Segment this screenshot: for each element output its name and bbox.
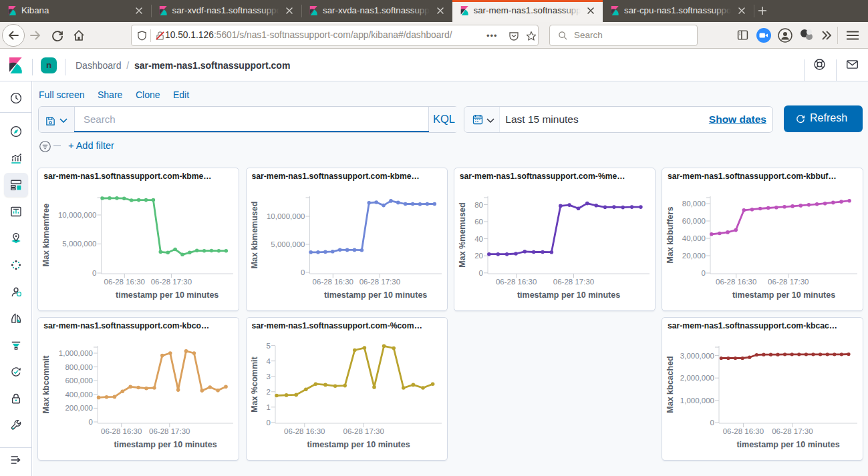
svg-text:06-28 16:30: 06-28 16:30 [496,277,537,285]
svg-text:06-28 17:30: 06-28 17:30 [149,427,190,435]
svg-text:timestamp per 10 minutes: timestamp per 10 minutes [324,290,427,299]
svg-text:Max %memused: Max %memused [458,202,467,267]
svg-text:60,000: 60,000 [682,217,706,225]
svg-text:06-28 16:30: 06-28 16:30 [101,427,142,435]
svg-text:timestamp per 10 minutes: timestamp per 10 minutes [307,439,410,449]
svg-text:1,000,000: 1,000,000 [680,396,714,404]
svg-text:06-28 17:30: 06-28 17:30 [768,277,809,285]
svg-text:0: 0 [301,268,305,276]
svg-text:4: 4 [266,356,271,365]
svg-text:20,000: 20,000 [682,252,706,260]
svg-text:0: 0 [702,269,706,277]
svg-text:200,000: 200,000 [65,404,94,412]
svg-text:5,000,000: 5,000,000 [271,240,305,248]
svg-text:06-28 16:30: 06-28 16:30 [723,427,764,435]
svg-text:06-28 16:30: 06-28 16:30 [104,277,145,285]
svg-text:timestamp per 10 minutes: timestamp per 10 minutes [732,290,835,299]
svg-text:timestamp per 10 minutes: timestamp per 10 minutes [114,439,217,449]
svg-text:20: 20 [474,252,483,260]
svg-text:06-28 16:30: 06-28 16:30 [284,427,325,435]
svg-text:1: 1 [266,403,270,411]
svg-text:Max kbbuffers: Max kbbuffers [666,206,675,263]
svg-text:Max kbcommit: Max kbcommit [41,354,51,413]
svg-text:800,000: 800,000 [65,363,94,371]
svg-text:60: 60 [474,218,483,226]
svg-text:Max %commit: Max %commit [250,356,259,412]
svg-text:06-28 17:30: 06-28 17:30 [772,427,813,435]
svg-text:06-28 17:30: 06-28 17:30 [151,277,192,285]
svg-text:40,000: 40,000 [682,234,706,242]
svg-text:0: 0 [266,418,270,426]
svg-text:06-28 17:30: 06-28 17:30 [343,427,384,435]
svg-text:5,000,000: 5,000,000 [63,240,97,248]
svg-text:06-28 16:30: 06-28 16:30 [312,277,353,285]
svg-text:06-28 17:30: 06-28 17:30 [359,277,400,285]
svg-text:Max kbcached: Max kbcached [666,356,675,413]
svg-text:80,000: 80,000 [682,200,706,208]
svg-text:80: 80 [474,200,483,208]
svg-text:2,000,000: 2,000,000 [680,374,714,382]
svg-text:0: 0 [478,268,482,276]
svg-text:Max kbmemused: Max kbmemused [250,201,259,268]
svg-text:timestamp per 10 minutes: timestamp per 10 minutes [736,439,839,449]
svg-text:timestamp per 10 minutes: timestamp per 10 minutes [116,290,219,299]
svg-text:Max kbmemfree: Max kbmemfree [41,203,51,266]
svg-text:0: 0 [710,419,714,427]
svg-text:5: 5 [266,341,270,349]
svg-text:40: 40 [474,234,483,242]
svg-text:06-28 17:30: 06-28 17:30 [553,277,593,285]
svg-text:timestamp per 10 minutes: timestamp per 10 minutes [517,290,620,299]
svg-text:600,000: 600,000 [65,377,94,385]
svg-text:1,000,000: 1,000,000 [59,349,93,357]
svg-text:3: 3 [266,372,270,380]
svg-text:400,000: 400,000 [65,390,94,398]
svg-text:10,000,000: 10,000,000 [266,212,305,220]
svg-text:10,000,000: 10,000,000 [58,211,97,219]
svg-text:0: 0 [89,418,93,426]
svg-text:2: 2 [266,387,270,395]
svg-text:3,000,000: 3,000,000 [680,351,714,359]
svg-text:0: 0 [92,269,96,277]
svg-text:06-28 16:30: 06-28 16:30 [716,277,756,285]
